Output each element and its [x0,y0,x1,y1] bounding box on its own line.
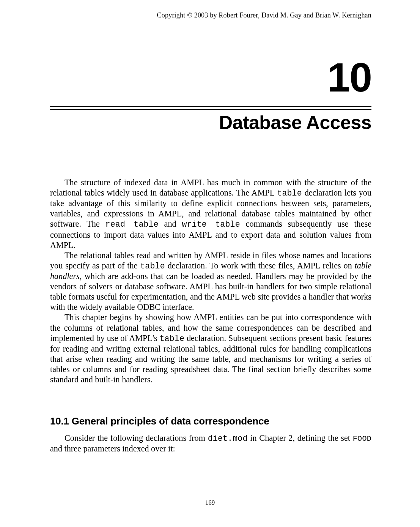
text-run: in Chapter 2, defining the set [248,433,353,443]
section-body: Consider the following declarations from… [50,433,371,454]
chapter-number: 10 [327,57,371,98]
title-rule-bottom [50,109,371,110]
body-text: The structure of indexed data in AMPL ha… [50,177,371,385]
text-run: Consider the following declarations from [64,433,208,443]
title-rule-top [50,106,371,107]
code-table: table [140,262,165,271]
page-number: 169 [0,499,420,506]
paragraph-3: This chapter begins by showing how AMPL … [50,312,371,385]
code-food: FOOD [353,434,371,443]
text-run: declaration. To work with these files, A… [165,261,355,270]
paragraph-2: The relational tables read and written b… [50,250,371,312]
code-table: table [160,334,185,343]
text-run: , which are add-ons that can be loaded a… [50,271,371,312]
code-table: table [277,189,302,198]
paragraph-1: The structure of indexed data in AMPL ha… [50,177,371,250]
code-diet-mod: diet.mod [208,434,248,443]
code-write-table: write table [182,220,240,229]
page: Copyright © 2003 by Robert Fourer, David… [0,0,420,527]
code-read-table: read table [105,220,159,229]
text-run: and [159,219,182,229]
text-run: and three parameters indexed over it: [50,444,175,453]
copyright-line: Copyright © 2003 by Robert Fourer, David… [157,11,371,19]
section-paragraph-1: Consider the following declarations from… [50,433,371,454]
section-heading: 10.1 General principles of data correspo… [50,415,269,427]
chapter-title: Database Access [219,112,371,134]
